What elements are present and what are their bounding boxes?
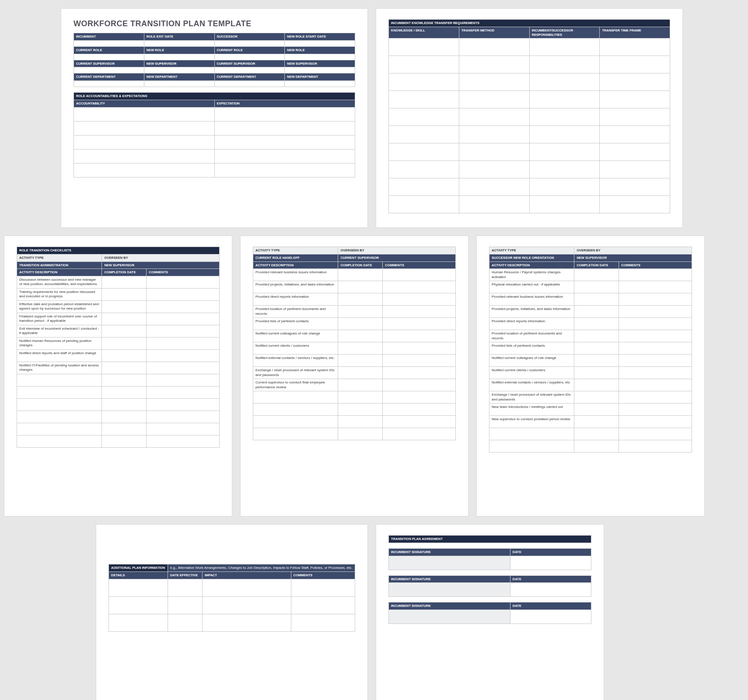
comments-cell[interactable] bbox=[619, 355, 692, 367]
completion-date-cell[interactable] bbox=[574, 391, 619, 404]
completion-date-cell[interactable] bbox=[102, 338, 147, 350]
date-field[interactable] bbox=[510, 610, 591, 624]
comments-cell[interactable] bbox=[147, 387, 220, 399]
comments-cell[interactable] bbox=[619, 342, 692, 355]
comments-cell[interactable] bbox=[619, 318, 692, 330]
signature-field[interactable] bbox=[389, 610, 510, 624]
comments-cell[interactable] bbox=[383, 342, 456, 355]
comments-cell[interactable] bbox=[619, 416, 692, 428]
comments-cell[interactable] bbox=[383, 330, 456, 342]
comments-cell[interactable] bbox=[147, 301, 220, 313]
comments-cell[interactable] bbox=[383, 355, 456, 367]
completion-date-cell[interactable] bbox=[574, 440, 619, 453]
completion-date-cell[interactable] bbox=[574, 306, 619, 318]
activity-description[interactable] bbox=[17, 435, 102, 448]
completion-date-cell[interactable] bbox=[102, 276, 147, 289]
signature-field[interactable] bbox=[389, 583, 510, 597]
signature-field[interactable] bbox=[389, 556, 510, 570]
completion-date-cell[interactable] bbox=[102, 435, 147, 448]
completion-date-cell[interactable] bbox=[338, 379, 383, 391]
completion-date-cell[interactable] bbox=[338, 391, 383, 404]
completion-date-cell[interactable] bbox=[338, 318, 383, 330]
completion-date-cell[interactable] bbox=[574, 269, 619, 281]
comments-cell[interactable] bbox=[147, 276, 220, 289]
comments-cell[interactable] bbox=[383, 281, 456, 293]
activity-description[interactable] bbox=[253, 416, 338, 428]
activity-description[interactable] bbox=[489, 440, 574, 453]
comments-cell[interactable] bbox=[147, 423, 220, 435]
comments-cell[interactable] bbox=[619, 330, 692, 342]
date-field[interactable] bbox=[510, 556, 591, 570]
comments-cell[interactable] bbox=[383, 379, 456, 391]
comments-cell[interactable] bbox=[147, 435, 220, 448]
completion-date-cell[interactable] bbox=[338, 281, 383, 293]
comments-cell[interactable] bbox=[619, 306, 692, 318]
completion-date-cell[interactable] bbox=[102, 423, 147, 435]
completion-date-cell[interactable] bbox=[338, 355, 383, 367]
comments-cell[interactable] bbox=[383, 293, 456, 306]
completion-date-cell[interactable] bbox=[574, 428, 619, 440]
activity-description[interactable] bbox=[253, 428, 338, 440]
comments-cell[interactable] bbox=[619, 379, 692, 391]
activity-description[interactable] bbox=[17, 423, 102, 435]
completion-date-cell[interactable] bbox=[574, 367, 619, 379]
completion-date-cell[interactable] bbox=[102, 301, 147, 313]
comments-cell[interactable] bbox=[147, 350, 220, 362]
completion-date-cell[interactable] bbox=[338, 306, 383, 318]
completion-date-cell[interactable] bbox=[338, 293, 383, 306]
completion-date-cell[interactable] bbox=[102, 325, 147, 338]
comments-cell[interactable] bbox=[619, 440, 692, 453]
activity-description[interactable] bbox=[17, 387, 102, 399]
completion-date-cell[interactable] bbox=[574, 379, 619, 391]
completion-date-cell[interactable] bbox=[338, 330, 383, 342]
completion-date-cell[interactable] bbox=[102, 399, 147, 411]
completion-date-cell[interactable] bbox=[574, 281, 619, 293]
comments-cell[interactable] bbox=[619, 367, 692, 379]
completion-date-cell[interactable] bbox=[102, 350, 147, 362]
comments-cell[interactable] bbox=[383, 404, 456, 416]
comments-cell[interactable] bbox=[383, 416, 456, 428]
completion-date-cell[interactable] bbox=[574, 330, 619, 342]
completion-date-cell[interactable] bbox=[574, 416, 619, 428]
date-field[interactable] bbox=[510, 583, 591, 597]
comments-cell[interactable] bbox=[147, 399, 220, 411]
completion-date-cell[interactable] bbox=[338, 416, 383, 428]
comments-cell[interactable] bbox=[619, 293, 692, 306]
comments-cell[interactable] bbox=[383, 391, 456, 404]
completion-date-cell[interactable] bbox=[102, 289, 147, 301]
completion-date-cell[interactable] bbox=[574, 404, 619, 416]
completion-date-cell[interactable] bbox=[338, 404, 383, 416]
comments-cell[interactable] bbox=[619, 391, 692, 404]
comments-cell[interactable] bbox=[147, 411, 220, 423]
completion-date-cell[interactable] bbox=[102, 374, 147, 387]
completion-date-cell[interactable] bbox=[102, 387, 147, 399]
completion-date-cell[interactable] bbox=[574, 355, 619, 367]
activity-description[interactable] bbox=[489, 428, 574, 440]
comments-cell[interactable] bbox=[619, 269, 692, 281]
comments-cell[interactable] bbox=[619, 428, 692, 440]
completion-date-cell[interactable] bbox=[338, 269, 383, 281]
completion-date-cell[interactable] bbox=[338, 342, 383, 355]
comments-cell[interactable] bbox=[619, 281, 692, 293]
comments-cell[interactable] bbox=[619, 404, 692, 416]
comments-cell[interactable] bbox=[383, 269, 456, 281]
activity-description[interactable] bbox=[17, 411, 102, 423]
comments-cell[interactable] bbox=[147, 325, 220, 338]
comments-cell[interactable] bbox=[383, 306, 456, 318]
completion-date-cell[interactable] bbox=[102, 411, 147, 423]
comments-cell[interactable] bbox=[147, 313, 220, 325]
activity-description[interactable] bbox=[17, 399, 102, 411]
comments-cell[interactable] bbox=[383, 428, 456, 440]
completion-date-cell[interactable] bbox=[574, 318, 619, 330]
comments-cell[interactable] bbox=[383, 318, 456, 330]
completion-date-cell[interactable] bbox=[102, 362, 147, 374]
completion-date-cell[interactable] bbox=[102, 313, 147, 325]
comments-cell[interactable] bbox=[147, 338, 220, 350]
comments-cell[interactable] bbox=[147, 362, 220, 374]
completion-date-cell[interactable] bbox=[574, 293, 619, 306]
activity-description[interactable] bbox=[253, 391, 338, 404]
comments-cell[interactable] bbox=[147, 289, 220, 301]
completion-date-cell[interactable] bbox=[338, 428, 383, 440]
completion-date-cell[interactable] bbox=[574, 342, 619, 355]
comments-cell[interactable] bbox=[147, 374, 220, 387]
